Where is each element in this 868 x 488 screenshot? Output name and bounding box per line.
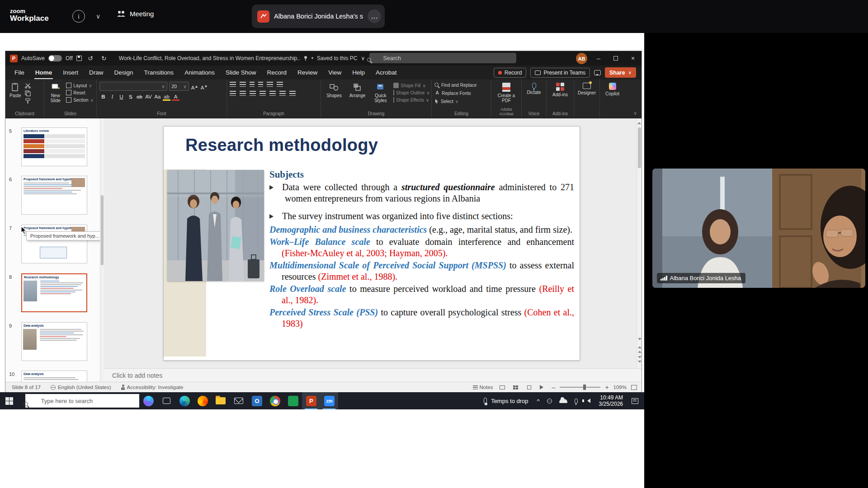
align-right-icon[interactable]	[250, 91, 256, 96]
redo-icon[interactable]: ↻	[99, 55, 109, 62]
taskbar-search[interactable]	[18, 394, 139, 408]
reset-button[interactable]: Reset	[66, 90, 94, 95]
slide-sorter-view-button[interactable]	[511, 384, 520, 391]
zoom-slider[interactable]	[560, 387, 600, 388]
notes-toggle-button[interactable]: Notes	[473, 385, 493, 390]
menu-acrobat[interactable]: Acrobat	[370, 66, 402, 79]
taskbar-edge[interactable]	[175, 392, 193, 409]
thumbnail-slide-5[interactable]: Literature review	[21, 127, 87, 166]
save-icon[interactable]	[76, 56, 82, 61]
shape-effects-button[interactable]: Shape Effects∨	[393, 97, 429, 103]
normal-view-button[interactable]	[498, 384, 507, 391]
scroll-down-button[interactable]	[637, 336, 642, 342]
scrollbar-thumb[interactable]	[101, 195, 104, 265]
zoom-level[interactable]: 109%	[613, 385, 627, 390]
menu-home[interactable]: Home	[30, 66, 58, 79]
scroll-up-icon[interactable]	[637, 120, 641, 124]
slideshow-view-button[interactable]	[538, 384, 547, 391]
columns-icon[interactable]	[269, 91, 276, 96]
font-size-combobox[interactable]: 20∨	[169, 82, 189, 91]
menu-insert[interactable]: Insert	[57, 66, 84, 79]
share-button[interactable]: Share∨	[605, 67, 636, 78]
microphone-tray-icon[interactable]	[575, 399, 578, 404]
menu-draw[interactable]: Draw	[84, 66, 109, 79]
highlight-color-button[interactable]: ab	[163, 93, 170, 101]
thumbnail-slide-7[interactable]: Proposed framework and hypotheses	[21, 225, 87, 263]
cortana-button[interactable]	[139, 392, 157, 409]
more-options-button[interactable]: …	[368, 9, 381, 23]
menu-review[interactable]: Review	[292, 66, 323, 79]
notes-pane[interactable]: Click to add notes	[104, 368, 642, 382]
section-button[interactable]: Section∨	[66, 97, 94, 103]
text-shadow-button[interactable]: S	[127, 93, 134, 101]
onedrive-icon[interactable]	[559, 399, 567, 403]
menu-help[interactable]: Help	[347, 66, 370, 79]
align-left-icon[interactable]	[230, 91, 236, 96]
format-painter-button[interactable]	[25, 98, 31, 104]
taskbar-firefox[interactable]	[193, 392, 212, 409]
current-slide[interactable]: Research methodology	[163, 126, 580, 361]
account-avatar[interactable]: AB	[576, 53, 587, 64]
select-button[interactable]: Select∨	[434, 99, 488, 104]
notification-center-icon[interactable]	[632, 398, 638, 404]
zoom-slider-thumb[interactable]	[583, 385, 586, 390]
line-spacing-icon[interactable]	[267, 82, 273, 87]
chevron-down-icon[interactable]: ∨	[96, 13, 100, 20]
replace-fonts-button[interactable]: AReplace Fonts	[434, 90, 488, 96]
taskbar-chrome[interactable]	[266, 392, 284, 409]
thumbnail-scrollbar[interactable]	[100, 118, 104, 382]
designer-button[interactable]: Designer	[577, 82, 597, 96]
decrease-indent-icon[interactable]	[250, 82, 255, 87]
underline-button[interactable]: U	[118, 93, 125, 101]
start-button[interactable]	[0, 392, 18, 409]
create-pdf-button[interactable]: Create a PDF	[494, 82, 519, 104]
shapes-button[interactable]: Shapes	[324, 82, 344, 104]
clock[interactable]: 10:49 AM 3/25/2026	[599, 394, 623, 407]
thumbnail-slide-8-selected[interactable]: Research methodology	[21, 273, 87, 312]
shape-outline-button[interactable]: Shape Outline∨	[393, 90, 429, 95]
next-slide-button[interactable]	[637, 356, 642, 365]
fit-slide-button[interactable]	[631, 385, 637, 390]
slide-area-scrollbar[interactable]	[637, 118, 642, 368]
quick-styles-button[interactable]: Quick Styles	[370, 82, 391, 104]
taskbar-green-app[interactable]	[284, 392, 302, 409]
weather-label[interactable]: Temps to drop	[491, 398, 528, 404]
comments-button[interactable]	[594, 70, 601, 75]
menu-record[interactable]: Record	[261, 66, 292, 79]
thumbnail-slide-10[interactable]: Data analysis	[21, 371, 87, 382]
present-in-teams-button[interactable]: Present in Teams	[530, 68, 590, 78]
find-replace-button[interactable]: Find and Replace	[434, 83, 488, 88]
justify-icon[interactable]	[259, 91, 266, 96]
taskbar-file-explorer[interactable]	[212, 392, 230, 409]
maximize-button[interactable]	[607, 51, 624, 66]
copy-button[interactable]	[25, 90, 31, 96]
close-button[interactable]: ×	[624, 51, 642, 66]
tab-shared-screen[interactable]: Albana Borici Jonida Lesha's scre …	[252, 5, 385, 28]
convert-smartart-icon[interactable]	[289, 91, 296, 96]
search-input[interactable]	[369, 53, 516, 63]
layout-button[interactable]: Layout∨	[66, 83, 94, 88]
align-center-icon[interactable]	[240, 91, 246, 96]
increase-indent-icon[interactable]	[258, 82, 263, 87]
menu-design[interactable]: Design	[109, 66, 139, 79]
taskbar-search-input[interactable]	[25, 394, 139, 408]
font-name-combobox[interactable]: ∨	[99, 82, 167, 91]
autosave-toggle[interactable]	[48, 55, 62, 61]
tab-meeting[interactable]: Meeting	[117, 10, 154, 18]
collapse-ribbon-button[interactable]: ∨	[633, 110, 637, 116]
undo-icon[interactable]: ↺	[85, 55, 95, 62]
font-color-button[interactable]: A	[172, 93, 179, 101]
menu-transitions[interactable]: Transitions	[139, 66, 179, 79]
bold-button[interactable]: B	[99, 93, 107, 101]
paste-button[interactable]: Paste	[8, 82, 23, 104]
network-icon[interactable]	[547, 399, 552, 404]
participant-video-tile[interactable]: Albana Borici Jonida Lesha	[652, 169, 865, 288]
pin-icon[interactable]	[303, 56, 308, 61]
taskbar-zoom-active[interactable]: zm	[320, 392, 338, 409]
speaker-icon[interactable]	[585, 399, 590, 403]
numbering-icon[interactable]	[240, 82, 246, 87]
strikethrough-button[interactable]: ab	[136, 93, 143, 101]
new-slide-button[interactable]: New Slide	[47, 82, 64, 104]
accessibility-status[interactable]: Accessibility: Investigate	[127, 385, 184, 390]
cut-button[interactable]	[25, 83, 31, 89]
